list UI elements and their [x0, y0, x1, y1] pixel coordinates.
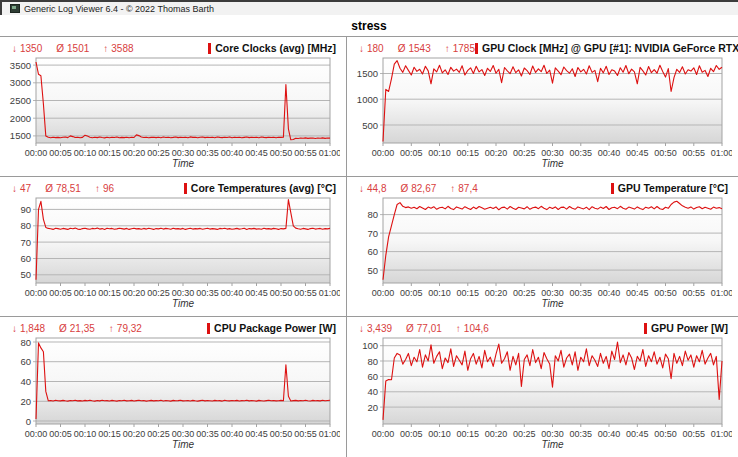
window-titlebar[interactable]: Generic Log Viewer 6.4 - © 2022 Thomas B…: [0, 0, 738, 15]
svg-text:3000: 3000: [10, 77, 31, 88]
svg-text:00:05: 00:05: [400, 288, 423, 298]
svg-text:00:55: 00:55: [683, 429, 706, 439]
svg-text:00:30: 00:30: [541, 429, 564, 439]
svg-text:00:20: 00:20: [485, 148, 508, 158]
chart-gpu-temperature[interactable]: 5060708000:0000:0500:1000:1500:2000:2500…: [349, 195, 732, 314]
stat-min-value: 47: [20, 183, 31, 194]
svg-text:20: 20: [20, 396, 31, 407]
svg-text:00:25: 00:25: [513, 148, 536, 158]
svg-text:01:00: 01:00: [319, 429, 340, 439]
legend-label: GPU Power [W]: [651, 322, 728, 334]
svg-text:00:55: 00:55: [683, 148, 706, 158]
chart-core-temperatures[interactable]: 506070809000:0000:0500:1000:1500:2000:25…: [2, 195, 340, 314]
svg-text:50: 50: [20, 269, 31, 280]
average-icon: Ø: [398, 43, 406, 54]
svg-text:00:20: 00:20: [485, 288, 508, 298]
svg-text:01:00: 01:00: [319, 288, 340, 298]
svg-text:00:15: 00:15: [98, 288, 121, 298]
svg-text:00:00: 00:00: [25, 148, 48, 158]
svg-text:00:25: 00:25: [147, 148, 170, 158]
svg-text:2500: 2500: [10, 95, 31, 106]
svg-text:Time: Time: [172, 298, 195, 309]
svg-text:00:25: 00:25: [147, 288, 170, 298]
arrow-down-icon: ↓: [359, 323, 364, 334]
svg-text:00:20: 00:20: [123, 429, 146, 439]
svg-text:00:35: 00:35: [570, 429, 593, 439]
svg-text:00:10: 00:10: [428, 148, 451, 158]
svg-text:00:15: 00:15: [457, 288, 480, 298]
stat-max-value: 1785: [453, 43, 475, 54]
stat-avg: Ø77,01: [406, 323, 442, 334]
svg-text:60: 60: [20, 253, 31, 264]
stat-max: ↑3588: [103, 43, 133, 54]
svg-text:00:40: 00:40: [221, 288, 244, 298]
stat-max: ↑104,6: [456, 323, 489, 334]
stat-min: ↓47: [12, 183, 31, 194]
svg-text:00:40: 00:40: [598, 288, 621, 298]
chart-stats: ↓1,848 Ø21,35 ↑79,32: [12, 323, 142, 334]
svg-text:00:05: 00:05: [400, 429, 423, 439]
log-name-heading: stress: [351, 19, 386, 33]
chart-core-clocks[interactable]: 1500200025003000350000:0000:0500:1000:15…: [2, 55, 340, 174]
chart-stats: ↓1350 Ø1501 ↑3588: [12, 43, 134, 54]
svg-text:00:10: 00:10: [74, 148, 97, 158]
chart-gpu-clock[interactable]: 5001000150000:0000:0500:1000:1500:2000:2…: [349, 55, 732, 174]
svg-text:00:45: 00:45: [245, 148, 268, 158]
svg-text:00:15: 00:15: [457, 148, 480, 158]
app-icon: [10, 4, 20, 13]
log-heading-row: stress: [0, 15, 738, 36]
svg-text:70: 70: [367, 228, 378, 239]
chart-stats: ↓44,8 Ø82,67 ↑87,4: [359, 183, 478, 194]
svg-text:00:10: 00:10: [74, 429, 97, 439]
svg-text:70: 70: [20, 237, 31, 248]
svg-text:00:00: 00:00: [372, 429, 395, 439]
svg-text:00:50: 00:50: [654, 429, 677, 439]
chart-legend: GPU Clock [MHz] @ GPU [#1]: NVIDIA GeFor…: [475, 42, 728, 54]
stat-avg: Ø78,51: [45, 183, 81, 194]
arrow-up-icon: ↑: [109, 323, 114, 334]
legend-color-swatch: [184, 183, 187, 194]
svg-text:3500: 3500: [10, 60, 31, 71]
window-title: Generic Log Viewer 6.4 - © 2022 Thomas B…: [24, 4, 214, 14]
svg-text:00:20: 00:20: [123, 148, 146, 158]
svg-text:00:00: 00:00: [372, 288, 395, 298]
svg-text:40: 40: [367, 386, 378, 397]
svg-text:00:40: 00:40: [598, 148, 621, 158]
stat-min: ↓44,8: [359, 183, 386, 194]
svg-text:00:10: 00:10: [428, 288, 451, 298]
legend-color-swatch: [611, 183, 614, 194]
svg-text:00:00: 00:00: [25, 429, 48, 439]
svg-text:00:55: 00:55: [294, 148, 317, 158]
chart-legend: Core Clocks (avg) [MHz]: [208, 42, 336, 54]
chart-cpu-package-power[interactable]: 02040608000:0000:0500:1000:1500:2000:250…: [2, 335, 340, 455]
svg-text:00:10: 00:10: [74, 288, 97, 298]
arrow-down-icon: ↓: [12, 43, 17, 54]
arrow-down-icon: ↓: [359, 43, 364, 54]
stat-min: ↓1350: [12, 43, 42, 54]
svg-text:00:30: 00:30: [172, 429, 195, 439]
svg-text:00:30: 00:30: [541, 148, 564, 158]
svg-text:00:55: 00:55: [294, 288, 317, 298]
stat-min-value: 1,848: [20, 323, 45, 334]
svg-text:60: 60: [20, 356, 31, 367]
svg-text:00:40: 00:40: [221, 429, 244, 439]
svg-text:Time: Time: [541, 439, 564, 450]
svg-text:00:05: 00:05: [400, 148, 423, 158]
chart-panel-gpu-temperature: ↓44,8 Ø82,67 ↑87,4 GPU Temperature [°C] …: [347, 177, 738, 317]
svg-text:00:35: 00:35: [570, 148, 593, 158]
stat-avg-value: 1501: [67, 43, 89, 54]
arrow-up-icon: ↑: [445, 43, 450, 54]
stat-avg-value: 78,51: [56, 183, 81, 194]
stat-max: ↑96: [95, 183, 114, 194]
svg-text:80: 80: [367, 356, 378, 367]
svg-text:00:05: 00:05: [49, 288, 72, 298]
svg-text:00:15: 00:15: [98, 148, 121, 158]
chart-gpu-power[interactable]: 2040608010000:0000:0500:1000:1500:2000:2…: [349, 335, 732, 455]
svg-text:60: 60: [367, 371, 378, 382]
svg-text:00:50: 00:50: [654, 148, 677, 158]
svg-text:00:35: 00:35: [196, 148, 219, 158]
chart-panel-cpu-package-power: ↓1,848 Ø21,35 ↑79,32 CPU Package Power […: [0, 317, 347, 457]
stat-max-value: 79,32: [117, 323, 142, 334]
arrow-down-icon: ↓: [12, 323, 17, 334]
svg-text:80: 80: [20, 337, 31, 348]
